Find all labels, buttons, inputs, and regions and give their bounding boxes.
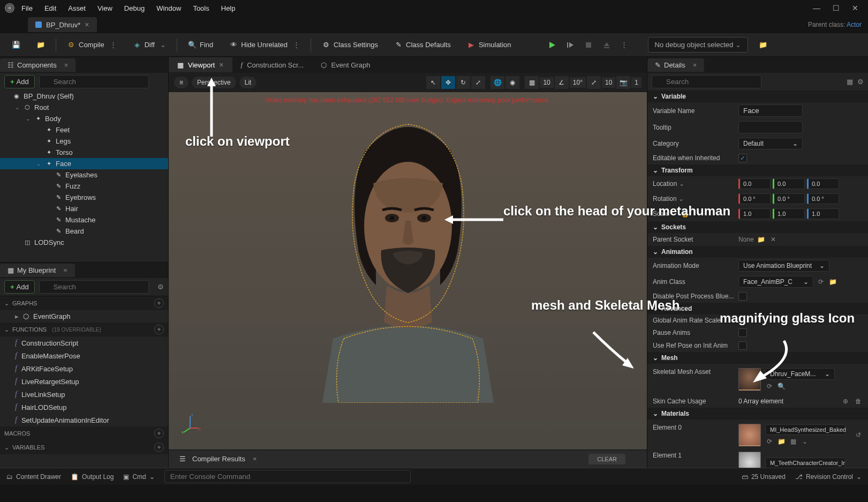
transform-category[interactable]: ⌄Transform (647, 164, 868, 176)
rotation-z[interactable] (807, 193, 839, 204)
debug-object-select[interactable]: No debug object selected ⌄ (648, 37, 748, 53)
component-eyelashes[interactable]: ✎Eyelashes (0, 169, 168, 181)
menu-edit[interactable]: Edit (44, 4, 56, 12)
components-panel-tab[interactable]: ☷ Components × (0, 58, 76, 72)
add-element-icon[interactable]: ⊕ (841, 397, 850, 406)
pause-anims-checkbox[interactable] (738, 328, 747, 337)
chevron-down-icon[interactable]: ⌄ (801, 437, 809, 446)
minimize-button[interactable]: — (811, 3, 822, 13)
material-thumbnail[interactable] (738, 452, 761, 468)
rotation-y[interactable] (773, 193, 805, 204)
lit-button[interactable]: Lit (239, 77, 257, 88)
menu-help[interactable]: Help (221, 4, 236, 12)
scale-snap-button[interactable]: ⤢ (587, 76, 601, 89)
unsaved-button[interactable]: 🗃25 Unsaved (742, 473, 786, 481)
graphs-section[interactable]: ⌄GRAPHS+ (0, 296, 168, 310)
class-settings-button[interactable]: ⚙Class Settings (316, 38, 383, 53)
menu-asset[interactable]: Asset (68, 4, 86, 12)
compile-button[interactable]: ⚙Compile⋮ (62, 38, 122, 53)
component-mustache[interactable]: ✎Mustache (0, 214, 168, 226)
component-lodsync[interactable]: ◫LODSync (0, 237, 168, 248)
close-icon[interactable]: × (693, 61, 697, 69)
angle-snap-button[interactable]: ∠ (555, 76, 569, 89)
tab-close-button[interactable]: × (85, 20, 89, 29)
browse-icon[interactable]: 📁 (777, 437, 786, 446)
eject-button[interactable] (598, 39, 615, 51)
category-dropdown[interactable]: Default⌄ (738, 138, 803, 149)
settings-button[interactable]: ⚙ (857, 78, 864, 86)
component-root[interactable]: ⌄⬡Root (0, 102, 168, 113)
function-enablemasterpose[interactable]: fEnableMasterPose (0, 349, 168, 362)
browse-to-asset-icon[interactable]: 🔍 (777, 382, 786, 391)
component-fuzz[interactable]: ✎Fuzz (0, 181, 168, 192)
details-panel-tab[interactable]: ✎ Details × (647, 58, 704, 72)
anim-class-dropdown[interactable]: Face_AnimBP_C⌄ (738, 276, 813, 288)
grid-snap-value[interactable]: 10 (540, 77, 553, 88)
find-button[interactable]: 🔍Find (183, 38, 218, 53)
select-tool[interactable]: ↖ (426, 76, 440, 89)
compiler-results-tab[interactable]: ☰ Compiler Results × (174, 453, 262, 465)
scale-tool[interactable]: ⤢ (471, 76, 485, 89)
advanced-category[interactable]: ⌄Advanced (647, 303, 868, 314)
add-component-button[interactable]: +Add (4, 75, 35, 88)
play-button[interactable] (544, 39, 561, 51)
component-face[interactable]: ⌄✦Face (0, 158, 168, 169)
menu-file[interactable]: File (21, 4, 33, 12)
stop-button[interactable] (580, 39, 597, 51)
add-graph-button[interactable]: + (154, 298, 164, 308)
tooltip-input[interactable] (738, 121, 803, 133)
surface-snap-button[interactable]: ◉ (505, 76, 519, 89)
texture-icon[interactable]: ▦ (789, 437, 797, 446)
menu-tools[interactable]: Tools (193, 4, 209, 12)
component-eyebrows[interactable]: ✎Eyebrows (0, 192, 168, 203)
delete-element-icon[interactable]: 🗑 (854, 397, 863, 406)
play-options-button[interactable]: ⋮ (616, 39, 632, 51)
use-selected-icon[interactable]: ⟳ (817, 278, 825, 286)
add-function-button[interactable]: + (154, 325, 164, 334)
component-bp-dhruv--self-[interactable]: ◉BP_Dhruv (Self) (0, 91, 168, 102)
move-tool[interactable]: ✥ (441, 76, 455, 89)
animation-category[interactable]: ⌄Animation (647, 246, 868, 258)
close-button[interactable]: ✕ (850, 3, 861, 13)
coord-space-button[interactable]: 🌐 (490, 76, 504, 89)
macros-section[interactable]: MACROS+ (0, 426, 168, 440)
editable-checkbox[interactable] (738, 154, 747, 162)
browse-icon[interactable]: 📁 (828, 278, 837, 286)
close-icon[interactable]: × (63, 266, 67, 274)
cmd-dropdown[interactable]: ▣Cmd⌄ (123, 473, 154, 481)
scale-x[interactable] (738, 208, 771, 219)
close-icon[interactable]: × (219, 61, 223, 69)
location-y[interactable] (773, 178, 805, 189)
material-thumbnail[interactable] (738, 424, 761, 446)
menu-window[interactable]: Window (156, 4, 181, 12)
mesh-category[interactable]: ⌄Mesh (647, 352, 868, 364)
save-button[interactable]: 💾 (6, 38, 26, 53)
scale-y[interactable] (773, 208, 805, 219)
document-tab[interactable]: BP_Dhruv* × (28, 17, 97, 32)
function-setupdateanimationineditor[interactable]: fSetUpdateAnimationInEditor (0, 414, 168, 426)
scale-z[interactable] (807, 208, 839, 219)
tab-viewport[interactable]: ▦Viewport× (169, 57, 232, 72)
perspective-button[interactable]: Perspective (192, 77, 236, 88)
ref-pose-checkbox[interactable] (738, 341, 747, 350)
variable-name-input[interactable] (738, 104, 803, 117)
location-z[interactable] (807, 178, 839, 189)
close-icon[interactable]: × (64, 61, 69, 69)
use-selected-icon[interactable]: ⟳ (765, 437, 774, 446)
component-feet[interactable]: ✦Feet (0, 124, 168, 136)
myblueprint-search-input[interactable] (39, 280, 149, 294)
tab-event-graph[interactable]: ⬡Event Graph (312, 58, 379, 72)
function-arkitfacesetup[interactable]: fARKitFaceSetup (0, 362, 168, 375)
functions-section[interactable]: ⌄FUNCTIONS(19 OVERRIDABLE)+ (0, 323, 168, 336)
camera-speed-value[interactable]: 1 (631, 77, 641, 88)
function-liveretargetsetup[interactable]: fLiveRetargetSetup (0, 375, 168, 388)
anim-mode-dropdown[interactable]: Use Animation Blueprint⌄ (738, 260, 829, 272)
component-hair[interactable]: ✎Hair (0, 203, 168, 214)
function-hairlodsetup[interactable]: fHairLODSetup (0, 401, 168, 414)
components-search-input[interactable] (39, 75, 149, 88)
use-selected-icon[interactable]: ⟳ (765, 382, 774, 391)
maximize-button[interactable]: ☐ (831, 3, 841, 13)
rotation-x[interactable] (738, 193, 771, 204)
debug-find-button[interactable]: 📁 (753, 38, 773, 53)
material1-dropdown[interactable]: M_TeethCharacterCreator_Ir (765, 458, 846, 468)
